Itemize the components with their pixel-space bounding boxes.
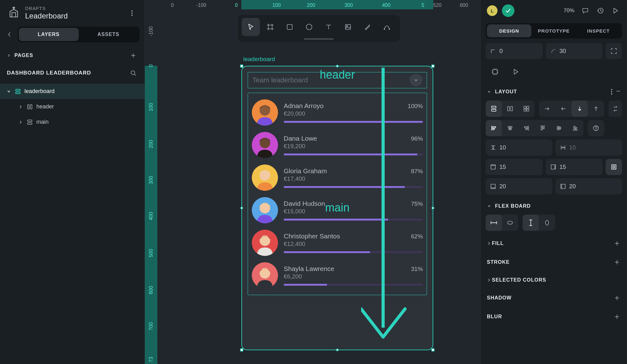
svg-rect-40 [493,128,494,130]
align-center-button[interactable] [502,120,518,136]
header-dropdown-button[interactable] [410,74,422,86]
chevron-down-icon[interactable] [6,89,11,94]
search-layers-button[interactable] [129,69,138,77]
chevron-down-icon[interactable] [487,90,492,94]
dir-horizontal-button[interactable] [502,101,518,117]
project-menu-button[interactable] [126,8,138,19]
pad-top-field[interactable]: 15 [486,159,543,175]
svg-rect-46 [543,127,544,129]
layer-row-main[interactable]: main [0,114,145,130]
radius-field[interactable]: 30 [546,43,603,59]
arrow-down-button[interactable] [572,101,588,117]
selected-frame[interactable]: leaderboard Team leaderboard [241,66,433,350]
leaderboard-entry[interactable]: Adnan Arroyo €20,000 100% [248,96,427,129]
layer-tree: leaderboard header mai [0,82,145,130]
tool-ellipse[interactable] [300,18,318,36]
tool-curve[interactable] [378,18,396,36]
tab-design[interactable]: DESIGN [487,24,531,37]
align-end-button[interactable] [518,120,535,136]
rotation-field[interactable]: 0 [486,43,543,59]
row-gap-field[interactable]: 10 [486,139,552,156]
tool-frame[interactable] [261,18,279,36]
tool-image[interactable] [339,18,357,36]
chevron-down-icon[interactable] [487,204,492,208]
entry-name: Adnan Arroyo [284,102,324,110]
zoom-level[interactable]: 70% [564,8,574,14]
svg-rect-49 [574,126,575,129]
padding-options-button[interactable] [606,159,622,175]
comments-button[interactable] [580,5,591,16]
svg-rect-45 [541,127,542,130]
dir-vertical-button[interactable] [486,101,502,117]
user-avatar[interactable]: L [487,5,498,16]
project-title[interactable]: Leaderboard [25,12,122,20]
svg-point-64 [545,220,549,225]
app-logo[interactable] [7,6,21,20]
col-gap-field[interactable]: 10 [556,139,622,156]
add-fill-button[interactable] [613,240,621,247]
leaderboard-entry[interactable]: David Hudson €15,000 75% [248,194,427,226]
subframe-main[interactable]: Adnan Arroyo €20,000 100% Dana Lowe €19,… [248,93,427,295]
row-gap-value: 10 [499,144,506,151]
align-start-button[interactable] [486,120,502,136]
add-page-button[interactable] [129,51,138,60]
chevron-right-icon[interactable] [18,105,23,109]
corner-options-button[interactable] [606,43,622,59]
tab-layers[interactable]: LAYERS [19,28,79,41]
add-stroke-button[interactable] [613,258,621,266]
pad-left-field[interactable]: 20 [556,178,622,195]
svg-rect-36 [527,106,529,108]
tool-text[interactable] [319,18,338,36]
justify-end-button[interactable] [567,120,583,136]
chevron-right-icon[interactable] [487,241,492,246]
tool-move[interactable] [242,18,260,36]
chevron-right-icon[interactable] [18,120,23,124]
arrow-up-button[interactable] [588,101,604,117]
tab-assets[interactable]: ASSETS [79,28,139,41]
layout-menu-button[interactable] [611,89,613,95]
tab-prototype[interactable]: PROTOTYPE [531,24,576,37]
justify-center-button[interactable] [551,120,567,136]
play-button[interactable] [610,5,621,16]
leaderboard-entry[interactable]: Dana Lowe €19,200 96% [248,129,427,161]
leaderboard-entry[interactable]: Christopher Santos €12,400 62% [248,226,427,259]
sizing-v-fill-button[interactable] [523,215,539,231]
canvas-area[interactable]: 0-10001002003004005520600 -1000100200300… [145,0,480,364]
tool-pen[interactable] [358,18,377,36]
layout-remove-button[interactable] [616,89,621,95]
sync-status-icon[interactable] [502,4,514,17]
current-page-name[interactable]: DASHBOARD LEADERBOARD [7,70,125,76]
sizing-v-hug-button[interactable] [539,215,555,231]
dir-wrap-button[interactable] [518,101,535,117]
pad-right-field[interactable]: 15 [546,159,603,175]
autolayout-play-button[interactable] [508,64,524,80]
canvas-toolbar[interactable] [237,14,401,43]
pad-bottom-field[interactable]: 20 [486,178,552,195]
tab-inspect[interactable]: INSPECT [576,24,621,37]
add-blur-button[interactable] [613,313,621,320]
justify-start-button[interactable] [535,120,551,136]
arrow-right-button[interactable] [539,101,555,117]
layer-row-leaderboard[interactable]: leaderboard [0,84,145,99]
arrow-left-button[interactable] [555,101,572,117]
ruler-tick: 600 [460,3,468,8]
arrow-reverse-button[interactable] [609,101,622,117]
history-button[interactable] [595,5,606,16]
pad-right-icon [550,164,556,170]
left-tab-switch: LAYERS ASSETS [18,27,140,42]
layer-row-header[interactable]: header [0,99,145,114]
collapse-sidebar-button[interactable] [5,27,14,42]
pad-right-value: 15 [560,164,566,170]
clip-content-button[interactable] [487,64,503,80]
leaderboard-entry[interactable]: Shayla Lawrence €6,200 31% [248,259,427,292]
tool-rectangle[interactable] [281,18,299,36]
leaderboard-entry[interactable]: Gloria Graham €17,400 87% [248,161,427,194]
chevron-right-icon[interactable] [487,278,492,282]
layout-help-button[interactable] [588,120,604,136]
subframe-header[interactable]: Team leaderboard [248,72,427,88]
frame-label[interactable]: leaderboard [243,56,275,63]
pages-expand-icon[interactable] [7,54,11,57]
sizing-h-fill-button[interactable] [486,215,502,231]
sizing-h-hug-button[interactable] [502,215,518,231]
add-shadow-button[interactable] [613,294,621,302]
